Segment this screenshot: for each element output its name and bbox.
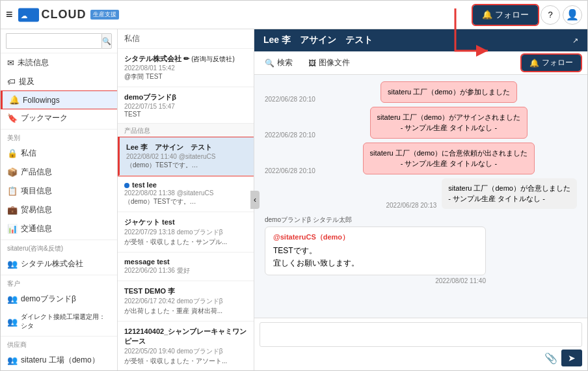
section-label-product: 产品信息: [118, 124, 254, 137]
msg-date: 2022/06/17 20:42 demoブランドβ: [124, 297, 247, 306]
msg-preview: （demo）TESTです。…: [126, 161, 247, 170]
user-message-bubble: @sitateruCS（demo） TESTです。宜しくお願い致します。: [265, 227, 486, 275]
sidebar-item-bookmark[interactable]: 🔖 ブックマーク: [1, 109, 117, 128]
chat-follow-bell-icon: 🔔: [529, 59, 539, 68]
sidebar-item-sitateru-factory[interactable]: 👥 sitateru 工場（demo）: [1, 351, 117, 370]
msg-preview: （demo）TESTです。…: [124, 197, 247, 206]
header-follow-label: フォロー: [495, 9, 529, 21]
search-button[interactable]: 🔍: [101, 33, 112, 49]
search-toolbar-button[interactable]: 🔍 検索: [261, 56, 297, 70]
sidebar-item-item-info[interactable]: 📋 项目信息: [1, 182, 117, 200]
section-label-customer: 客户: [1, 277, 117, 290]
sidebar-label-unread: 未読信息: [18, 57, 49, 68]
trade-icon: 💼: [7, 205, 18, 215]
mention-icon: 🏷: [7, 77, 16, 87]
chat-message-time: 2022/06/28 20:10: [265, 131, 315, 139]
image-toolbar-button[interactable]: 🖼 图像文件: [304, 56, 354, 70]
chat-message-row: 2022/06/28 20:10 sitateru 工厂（demo）がアサインさ…: [265, 107, 577, 139]
msg-preview: が受領・収収しました・サンプル...: [124, 238, 247, 247]
msg-preview: TEST: [124, 111, 247, 118]
chat-input-area: 📎 ➤: [254, 318, 587, 370]
collapse-button[interactable]: ‹: [250, 191, 260, 209]
msg-date: 2022/05/20 19:40 demoブランドβ: [124, 347, 247, 356]
main-content: 🔍 ✉ 未読信息 🏷 提及 🔔 Followings 🔖 ブックマーク 美別 🔒: [1, 29, 587, 370]
traffic-icon: 📊: [7, 224, 18, 234]
sitateru-factory-icon: 👥: [7, 355, 18, 365]
sidebar-item-private[interactable]: 🔒 私信: [1, 144, 117, 163]
sidebar-divider-2: [1, 240, 117, 240]
msg-date: 2022/08/02 11:38 @sitateruCS: [124, 189, 247, 197]
chat-message-time: 2022/06/28 20:10: [265, 167, 315, 174]
chat-title: Lee 李 アサイン テスト: [263, 34, 567, 46]
unread-icon: ✉: [7, 58, 14, 68]
list-item[interactable]: シタテル株式会社 ✏ (咨询与反馈社) 2022/08/01 15:42 @李間…: [118, 49, 254, 87]
chat-message-bubble: sitateru 工厂（demo）に合意依頼が出されました- サンプル生産 タイ…: [363, 143, 535, 174]
menu-icon[interactable]: ≡: [6, 8, 13, 21]
sidebar-item-trade-info[interactable]: 💼 贸易信息: [1, 200, 117, 219]
sidebar: 🔍 ✉ 未読信息 🏷 提及 🔔 Followings 🔖 ブックマーク 美別 🔒: [1, 29, 118, 370]
header-user-button[interactable]: 👤: [563, 5, 582, 25]
private-icon: 🔒: [7, 148, 18, 158]
sitateru-co-icon: 👥: [7, 259, 18, 269]
list-item[interactable]: message test 2022/06/20 11:36 愛好: [118, 253, 254, 281]
chat-message-bubble: sitateru 工厂（demo）が合意しました- サンプル生産 タイトルなし …: [442, 178, 577, 209]
brand-badge: 生産支援: [90, 10, 119, 20]
sidebar-search-area: 🔍: [1, 29, 117, 53]
msg-date: 2022/08/02 11:40 @sitateruCS: [126, 153, 247, 160]
sidebar-divider-1: [1, 129, 117, 130]
image-toolbar-icon: 🖼: [308, 59, 316, 68]
chat-title-link-icon[interactable]: ↗: [572, 36, 578, 45]
sidebar-label-direct-factory: ダイレクト接続工場選定用：シタ: [21, 312, 111, 331]
list-item[interactable]: test lee 2022/08/02 11:38 @sitateruCS （d…: [118, 176, 254, 212]
sidebar-divider-3: [1, 275, 117, 275]
header-logo: ☁ CLOUD 生産支援: [18, 8, 119, 22]
msg-date: 2022/08/01 15:42: [124, 64, 247, 72]
sidebar-item-followings[interactable]: 🔔 Followings: [1, 91, 117, 109]
sidebar-label-sitateru-factory: sitateru 工場（demo）: [21, 355, 100, 366]
sidebar-label-demo-brand: demoブランドβ: [21, 294, 76, 305]
list-item[interactable]: demoブランドβ 2022/07/15 15:47 TEST: [118, 87, 254, 124]
sidebar-item-product-info[interactable]: 📦 产品信息: [1, 163, 117, 182]
send-button[interactable]: ➤: [561, 350, 582, 366]
msg-title: シタテル株式会社 ✏ (咨询与反馈社): [124, 54, 247, 64]
msg-preview: が受領・収収しました・アソート...: [124, 357, 247, 366]
chat-follow-label: フォロー: [542, 57, 573, 68]
msg-title: TEST DEMO 李: [124, 286, 247, 296]
header-follow-button[interactable]: 🔔 フォロー: [473, 5, 538, 25]
msg-title: test lee: [124, 181, 247, 189]
sidebar-item-unread[interactable]: ✉ 未読信息: [1, 53, 117, 72]
chat-message-time: 2022/06/28 20:10: [265, 96, 315, 103]
image-toolbar-label: 图像文件: [319, 57, 350, 68]
search-input[interactable]: [6, 33, 101, 49]
chat-follow-button[interactable]: 🔔 フォロー: [522, 55, 581, 71]
sidebar-item-sitateru-co[interactable]: 👥 シタテル株式会社: [1, 254, 117, 273]
sidebar-item-direct-factory[interactable]: 👥 ダイレクト接続工場選定用：シタ: [1, 309, 117, 335]
chat-message-time: 2022/06/28 20:13: [386, 202, 436, 209]
list-item[interactable]: 1212140402_シャンブレーキャミワンピース 2022/05/20 19:…: [118, 322, 254, 370]
cloud-svg-icon: ☁: [18, 8, 39, 22]
attach-button[interactable]: 📎: [544, 352, 557, 364]
followings-icon: 🔔: [9, 95, 20, 105]
msg-sender-name: demoブランドβ シタテル太郎: [265, 215, 577, 225]
brand-text: CLOUD: [42, 8, 87, 21]
sidebar-item-traffic-info[interactable]: 📊 交通信息: [1, 219, 117, 238]
middle-panel: 私信 シタテル株式会社 ✏ (咨询与反馈社) 2022/08/01 15:42 …: [118, 29, 254, 370]
list-item-selected[interactable]: Lee 李 アサイン テスト 2022/08/02 11:40 @sitater…: [118, 137, 254, 176]
sidebar-label-mention: 提及: [19, 76, 34, 87]
middle-panel-header: 私信: [118, 29, 254, 49]
chat-message-row: 2022/06/28 20:13 sitateru 工厂（demo）が合意しまし…: [265, 178, 577, 209]
item-icon: 📋: [7, 186, 18, 196]
msg-title: ジャケット test: [124, 217, 247, 227]
chat-toolbar: 🔍 検索 🖼 图像文件 🔔 フォロー: [254, 51, 587, 75]
sidebar-label-sitateru-co: シタテル株式会社: [21, 258, 83, 269]
section-label-category: 美別: [1, 131, 117, 144]
sidebar-item-mention[interactable]: 🏷 提及: [1, 72, 117, 91]
msg-title: Lee 李 アサイン テスト: [126, 143, 247, 152]
chat-messages-area: 2022/06/28 20:10 sitateru 工厂（demo）が参加しまし…: [254, 75, 587, 318]
list-item[interactable]: TEST DEMO 李 2022/06/17 20:42 demoブランドβ が…: [118, 281, 254, 322]
chat-input-field[interactable]: [260, 322, 582, 347]
list-item[interactable]: ジャケット test 2022/07/29 13:18 demoブランドβ が受…: [118, 212, 254, 253]
header-help-button[interactable]: ?: [541, 5, 560, 25]
msg-preview: @李間 TEST: [124, 72, 247, 81]
sidebar-item-demo-brand[interactable]: 👥 demoブランドβ: [1, 290, 117, 309]
